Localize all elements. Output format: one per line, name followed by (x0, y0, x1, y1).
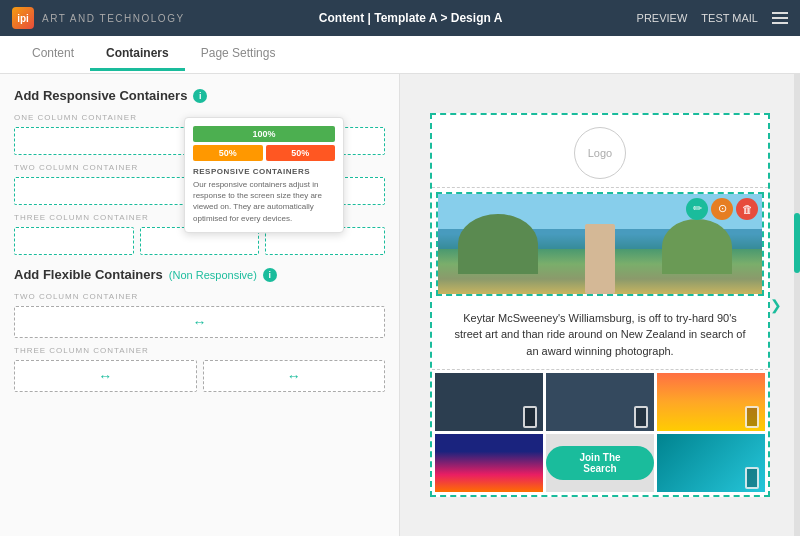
article-text: Keytar McSweeney's Williamsburg, is off … (454, 312, 745, 357)
flex-three-column-label: THREE COLUMN CONTAINER (14, 346, 385, 355)
flex-three-arrow-1: ↔ (98, 368, 112, 384)
nav-right: PREVIEW TEST MAIL (637, 12, 788, 24)
preview-button[interactable]: PREVIEW (637, 12, 688, 24)
join-button[interactable]: Join The Search (546, 446, 654, 480)
scrollbar[interactable] (794, 74, 800, 536)
canvas-area: ❯ Logo ✏ ⊙ 🗑 (430, 113, 770, 498)
responsive-section-title: Add Responsive Containers i (14, 88, 385, 103)
bar-50a: 50% (193, 145, 263, 161)
beach-path (585, 224, 615, 294)
phone-overlay-1 (523, 406, 537, 428)
photo-cell-6 (657, 434, 765, 492)
logo-circle: Logo (574, 127, 626, 179)
logo-text: Logo (588, 147, 612, 159)
brand-name: ART AND TECHNOLOGY (42, 13, 185, 24)
responsive-title-text: Add Responsive Containers (14, 88, 187, 103)
flexible-info-icon[interactable]: i (263, 268, 277, 282)
photo-cell-4 (435, 434, 543, 492)
breadcrumb: Content | Template A > Design A (319, 11, 503, 25)
flex-three-part-1[interactable]: ↔ (14, 360, 197, 392)
phone-overlay-3 (745, 406, 759, 428)
current-page: Design A (451, 11, 503, 25)
tab-containers[interactable]: Containers (90, 38, 185, 71)
photos-grid: Join The Search (432, 370, 768, 495)
photo-cell-2 (546, 373, 654, 431)
phone-overlay-2 (634, 406, 648, 428)
bar-50b: 50% (266, 145, 336, 161)
copy-icon[interactable]: ⊙ (711, 198, 733, 220)
flex-three-col-container[interactable]: ↔ ↔ (14, 360, 385, 392)
flex-two-col-container[interactable]: ↔ (14, 306, 385, 338)
flex-three-arrow-2: ↔ (287, 368, 301, 384)
main-layout: Add Responsive Containers i ONE COLUMN C… (0, 74, 800, 536)
article-text-section: Keytar McSweeney's Williamsburg, is off … (432, 300, 768, 371)
tab-bar: Content Containers Page Settings (0, 36, 800, 74)
flex-three-part-2[interactable]: ↔ (203, 360, 386, 392)
photo-cell-3 (657, 373, 765, 431)
breadcrumb-text: Content | Template A > (319, 11, 451, 25)
left-panel: Add Responsive Containers i ONE COLUMN C… (0, 74, 400, 536)
three-col-box-1[interactable] (14, 227, 134, 255)
edit-icons: ✏ ⊙ 🗑 (686, 198, 758, 220)
one-column-container[interactable]: 100% 50% 50% RESPONSIVE CONTAINERS Our r… (14, 127, 385, 155)
test-mail-button[interactable]: TEST MAIL (701, 12, 758, 24)
delete-icon[interactable]: 🗑 (736, 198, 758, 220)
logo-area: Logo (432, 115, 768, 188)
edit-pencil-icon[interactable]: ✏ (686, 198, 708, 220)
menu-icon[interactable] (772, 12, 788, 24)
beach-grass-left (458, 214, 538, 274)
top-nav: ipi ART AND TECHNOLOGY Content | Templat… (0, 0, 800, 36)
flex-two-column-label: TWO COLUMN CONTAINER (14, 292, 385, 301)
tooltip-title: RESPONSIVE CONTAINERS (193, 167, 335, 176)
photo-cell-1 (435, 373, 543, 431)
bar-row: 50% 50% (193, 145, 335, 161)
canvas-side-arrow[interactable]: ❯ (770, 297, 782, 313)
beach-grass-right (662, 219, 732, 274)
two-col-box-left[interactable] (14, 177, 197, 205)
app-logo: ipi (12, 7, 34, 29)
bar-100: 100% (193, 126, 335, 142)
responsive-tooltip: 100% 50% 50% RESPONSIVE CONTAINERS Our r… (184, 117, 344, 233)
scrollbar-thumb[interactable] (794, 213, 800, 273)
non-responsive-label: (Non Responsive) (169, 269, 257, 281)
tooltip-body: Our responsive containers adjust in resp… (193, 179, 335, 224)
flexible-section-title: Add Flexible Containers (Non Responsive)… (14, 267, 385, 282)
tab-page-settings[interactable]: Page Settings (185, 38, 292, 71)
nav-left: ipi ART AND TECHNOLOGY (12, 7, 185, 29)
phone-overlay-6 (745, 467, 759, 489)
tooltip-bars: 100% 50% 50% (193, 126, 335, 161)
photo-cell-5: Join The Search (546, 434, 654, 492)
flexible-title-text: Add Flexible Containers (14, 267, 163, 282)
right-panel: ❯ Logo ✏ ⊙ 🗑 (400, 74, 800, 536)
join-button-section: Join The Search (546, 434, 654, 492)
responsive-info-icon[interactable]: i (193, 89, 207, 103)
flex-arrow-icon: ↔ (193, 314, 207, 330)
tab-content[interactable]: Content (16, 38, 90, 71)
image-section: ✏ ⊙ 🗑 (436, 192, 764, 296)
